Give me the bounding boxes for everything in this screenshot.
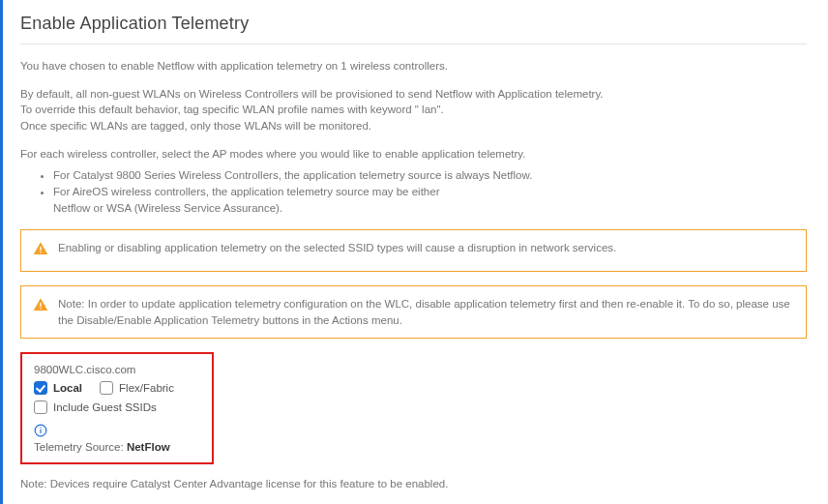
checkbox-include-guest[interactable]: Include Guest SSIDs [34,400,157,414]
svg-rect-2 [40,303,41,307]
checkbox-flex-fabric-box[interactable] [100,381,113,395]
device-config-block: 9800WLC.cisco.com Local Flex/Fabric Incl… [20,352,214,464]
license-note: Note: Devices require Catalyst Center Ad… [20,478,807,489]
svg-rect-3 [40,308,41,309]
device-hostname: 9800WLC.cisco.com [34,364,200,375]
intro-line-2b: To override this default behavior, tag s… [20,104,444,115]
intro-bullet-list: For Catalyst 9800 Series Wireless Contro… [53,167,807,216]
intro-bullet-2: For AireOS wireless controllers, the app… [53,184,807,216]
intro-bullet-2b: Netflow or WSA (Wireless Service Assuran… [53,202,282,214]
intro-line-2c: Once specific WLANs are tagged, only tho… [20,120,371,132]
guest-ssid-row: Include Guest SSIDs [34,400,200,414]
telemetry-source-row: Telemetry Source: NetFlow [34,441,200,453]
intro-text: You have chosen to enable Netflow with a… [20,58,807,216]
checkbox-include-guest-box[interactable] [34,400,47,414]
intro-bullet-1: For Catalyst 9800 Series Wireless Contro… [53,167,807,184]
checkbox-flex-fabric-label: Flex/Fabric [119,382,174,394]
svg-rect-5 [40,430,41,433]
warning-icon [33,297,48,317]
intro-bullet-2a: For AireOS wireless controllers, the app… [53,186,439,197]
checkbox-local[interactable]: Local [34,381,82,395]
svg-rect-1 [40,252,41,252]
intro-line-2: By default, all non-guest WLANs on Wirel… [20,86,807,134]
intro-line-3: For each wireless controller, select the… [20,146,807,163]
intro-line-2a: By default, all non-guest WLANs on Wirel… [20,88,604,100]
page-title: Enable Application Telemetry [20,14,807,34]
info-icon[interactable] [34,424,47,437]
checkbox-local-label: Local [53,382,82,394]
svg-rect-0 [40,247,41,251]
intro-line-1: You have chosen to enable Netflow with a… [20,58,807,74]
checkbox-local-box[interactable] [34,381,47,395]
checkbox-include-guest-label: Include Guest SSIDs [53,401,157,413]
divider [20,44,807,44]
alert-update-note: Note: In order to update application tel… [20,285,807,339]
ap-mode-row: Local Flex/Fabric [34,381,200,395]
telemetry-source-value: NetFlow [127,441,170,453]
alert-update-note-text: Note: In order to update application tel… [58,296,794,328]
checkbox-flex-fabric[interactable]: Flex/Fabric [100,381,174,395]
svg-rect-6 [40,428,41,429]
warning-icon [33,241,48,261]
telemetry-source-label: Telemetry Source: [34,441,127,453]
alert-disruption-text: Enabling or disabling application teleme… [58,240,616,256]
alert-disruption: Enabling or disabling application teleme… [20,229,807,272]
page-container: Enable Application Telemetry You have ch… [3,0,828,499]
